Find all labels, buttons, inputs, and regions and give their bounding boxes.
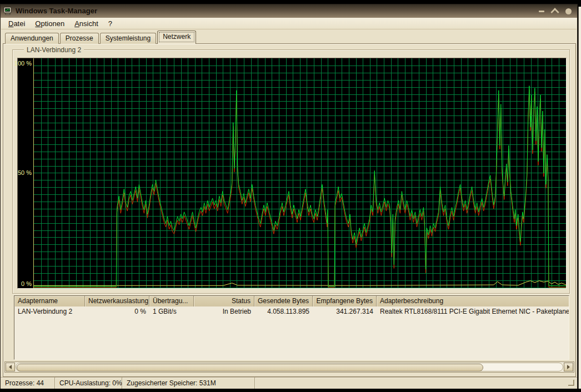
maximize-button[interactable] (552, 7, 558, 16)
y-tick-0: 0 % (21, 280, 32, 287)
scroll-left-button[interactable] (6, 363, 15, 371)
lan-groupbox-label: LAN-Verbindung 2 (24, 46, 84, 54)
cell-adaptername: LAN-Verbindung 2 (14, 306, 85, 316)
tab-strip: Anwendungen Prozesse Systemleistung Netz… (5, 31, 197, 44)
menu-hilfe[interactable]: ? (103, 18, 117, 29)
column-header-empfangene-bytes[interactable]: Empfangene Bytes (313, 296, 377, 306)
status-cpu: CPU-Auslastung: 0% (55, 378, 122, 389)
background-window-edge (578, 7, 581, 389)
network-graph-frame: 100 % 50 % 0 % (17, 58, 567, 289)
adapter-list-header: Adaptername Netzwerkauslastung Übertragu… (14, 296, 569, 306)
tab-anwendungen[interactable]: Anwendungen (5, 33, 59, 44)
y-tick-50: 50 % (18, 169, 32, 176)
y-tick-100: 100 % (14, 60, 32, 67)
adapter-list: Adaptername Netzwerkauslastung Übertragu… (14, 295, 569, 360)
arrow-left-icon (9, 365, 12, 369)
cell-uebertragungsrate: 1 GBit/s (149, 306, 194, 316)
task-manager-window: Windows Task-Manager Datei Optionen Ansi… (0, 4, 578, 389)
titlebar[interactable]: Windows Task-Manager (1, 4, 577, 18)
column-header-gesendete-bytes[interactable]: Gesendete Bytes (254, 296, 313, 306)
tab-netzwerk[interactable]: Netzwerk (157, 31, 196, 44)
menu-bar: Datei Optionen Ansicht ? (1, 18, 577, 29)
window-controls (539, 4, 572, 18)
scrollbar-thumb[interactable] (17, 364, 483, 371)
horizontal-scrollbar[interactable] (4, 361, 574, 373)
window-title: Windows Task-Manager (16, 7, 97, 15)
minimize-button[interactable] (539, 11, 544, 12)
status-processes: Prozesse: 44 (1, 378, 55, 389)
resize-grip[interactable] (568, 380, 574, 386)
menu-datei[interactable]: Datei (3, 18, 30, 29)
menu-ansicht[interactable]: Ansicht (69, 18, 103, 29)
cell-status: In Betrieb (194, 306, 254, 316)
column-header-uebertragungsrate[interactable]: Übertragu... (149, 296, 194, 306)
arrow-right-icon (567, 365, 570, 369)
network-history-graph (34, 58, 566, 288)
tab-systemleistung[interactable]: Systemleistung (100, 33, 156, 44)
cell-empfangene-bytes: 341.267.314 (313, 306, 377, 316)
column-header-status[interactable]: Status (194, 296, 254, 306)
cell-adapterbeschreibung: Realtek RTL8168/8111 PCI-E Gigabit Ether… (377, 306, 569, 316)
cell-netzwerkauslastung: 0 % (85, 306, 149, 316)
column-header-netzwerkauslastung[interactable]: Netzwerkauslastung (85, 296, 149, 306)
graph-y-axis: 100 % 50 % 0 % (18, 58, 34, 288)
task-manager-icon (3, 7, 12, 16)
status-bar: Prozesse: 44 CPU-Auslastung: 0% Zugesich… (1, 377, 577, 389)
scroll-right-button[interactable] (564, 363, 573, 371)
tab-prozesse[interactable]: Prozesse (60, 33, 99, 44)
menu-optionen[interactable]: Optionen (30, 18, 69, 29)
desktop: Windows Task-Manager Datei Optionen Ansi… (0, 0, 581, 392)
status-spacer (255, 378, 577, 389)
column-header-adapterbeschreibung[interactable]: Adapterbeschreibung (377, 296, 569, 306)
cell-gesendete-bytes: 4.058.113.895 (254, 306, 313, 316)
table-row[interactable]: LAN-Verbindung 2 0 % 1 GBit/s In Betrieb… (14, 306, 569, 316)
status-memory: Zugesicherter Speicher: 531M (122, 378, 255, 389)
scrollbar-track[interactable] (16, 363, 563, 371)
column-header-adaptername[interactable]: Adaptername (14, 296, 85, 306)
close-button[interactable] (565, 8, 572, 14)
